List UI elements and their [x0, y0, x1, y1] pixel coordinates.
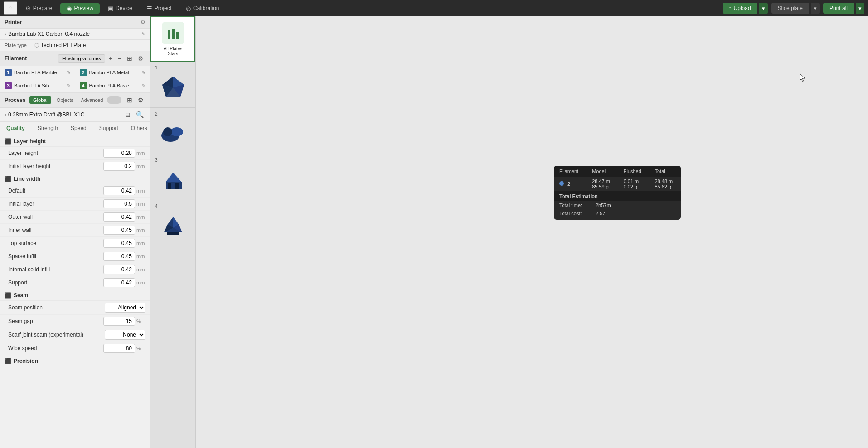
svg-rect-2: [176, 32, 179, 39]
tab-others[interactable]: Others: [125, 122, 150, 135]
filament-edit-1[interactable]: ✎: [67, 70, 71, 76]
tab-strength[interactable]: Strength: [31, 122, 64, 135]
precision-header: ⬛ Precision: [0, 355, 150, 366]
svg-rect-1: [172, 29, 175, 39]
plate-thumb-4[interactable]: 4: [150, 200, 195, 246]
layer-height-collapse-icon[interactable]: ⬛: [5, 138, 11, 145]
initial-layer-height-input[interactable]: [103, 162, 135, 171]
plates-panel: All PlatesStats 1 2 3: [150, 16, 196, 448]
advanced-toggle[interactable]: [107, 96, 121, 104]
lw-top-input[interactable]: [103, 239, 135, 248]
topbar: ⌂ ⚙ Prepare ◉ Preview ▣ Device ☰ Project…: [0, 0, 868, 16]
plate-4-img: [157, 210, 189, 242]
nav-device[interactable]: ▣ Device: [102, 3, 139, 14]
nav-calibration[interactable]: ◎ Calibration: [179, 3, 225, 14]
initial-layer-height-value-group: mm: [103, 162, 145, 171]
seam-position-row: Seam position Aligned: [0, 301, 150, 315]
lw-support-label: Support: [8, 279, 103, 286]
lw-support-input[interactable]: [103, 278, 135, 287]
lw-default-label: Default: [8, 188, 103, 194]
filament-settings-button[interactable]: ⚙: [136, 54, 145, 63]
upload-arrow-button[interactable]: ▾: [759, 3, 768, 14]
prepare-icon: ⚙: [25, 5, 31, 12]
upload-icon: ↑: [729, 5, 732, 11]
precision-collapse-icon[interactable]: ⬛: [5, 358, 11, 364]
layer-height-input[interactable]: [103, 149, 135, 158]
total-time-row: Total time: 2h57m: [554, 201, 681, 209]
line-width-header: ⬛ Line width: [0, 173, 150, 184]
total-time-value: 2h57m: [596, 202, 611, 208]
lw-top-label: Top surface: [8, 240, 103, 246]
tab-support[interactable]: Support: [93, 122, 125, 135]
plate-thumb-1[interactable]: 1: [150, 62, 195, 108]
nav-prepare[interactable]: ⚙ Prepare: [19, 3, 59, 14]
printer-edit-icon[interactable]: ✎: [141, 31, 145, 37]
wipe-speed-input[interactable]: [103, 344, 135, 353]
tab-speed[interactable]: Speed: [64, 122, 93, 135]
home-button[interactable]: ⌂: [4, 1, 17, 15]
filament-remove-button[interactable]: −: [116, 54, 123, 63]
stats-row-1: 2 28.47 m 85.59 g 0.01 m 0.02 g 28.48 m …: [554, 177, 681, 191]
tab-global[interactable]: Global: [29, 96, 51, 104]
svg-marker-13: [166, 173, 181, 182]
seam-gap-input[interactable]: [103, 317, 135, 326]
plate-thumb-2[interactable]: 2: [150, 108, 195, 154]
row1-total: 28.48 m 85.62 g: [649, 177, 681, 191]
scarf-joint-select[interactable]: None: [105, 330, 145, 340]
lw-initial-input[interactable]: [103, 199, 135, 208]
plate-thumb-3[interactable]: 3: [150, 154, 195, 200]
tab-objects[interactable]: Objects: [53, 96, 77, 104]
stats-icon: [162, 22, 184, 44]
preset-compare-button[interactable]: ⊟: [123, 110, 132, 119]
printer-settings-icon[interactable]: ⚙: [141, 19, 145, 25]
nav-project[interactable]: ☰ Project: [141, 3, 178, 14]
seam-header: ⬛ Seam: [0, 289, 150, 301]
process-copy-icon[interactable]: ⊞: [125, 96, 134, 105]
filament-copy-button[interactable]: ⊞: [125, 54, 134, 63]
lw-default-input[interactable]: [103, 186, 135, 195]
scarf-joint-label: Scarf joint seam (experimental): [8, 332, 105, 338]
upload-button[interactable]: ↑ Upload: [723, 3, 757, 14]
seam-position-select[interactable]: Aligned: [105, 303, 145, 313]
cursor-icon: [800, 73, 807, 82]
plate-4-model: [158, 211, 189, 241]
nav-preview[interactable]: ◉ Preview: [60, 3, 100, 14]
flushing-volumes-button[interactable]: Flushing volumes: [58, 54, 105, 63]
line-width-default-row: Default mm: [0, 184, 150, 198]
process-tabs: Global Objects: [29, 96, 77, 104]
filament-add-button[interactable]: +: [107, 54, 114, 63]
filament-edit-3[interactable]: ✎: [67, 83, 71, 89]
filament-item-4: 4 Bambu PLA Basic ✎: [75, 79, 150, 92]
stats-table: Filament Model Flushed Total 2 28.47 m 8…: [554, 166, 681, 191]
lw-inner-input[interactable]: [103, 226, 135, 235]
layer-height-value-group: mm: [103, 149, 145, 158]
lw-outer-input[interactable]: [103, 212, 135, 222]
filament-edit-4[interactable]: ✎: [141, 83, 145, 89]
tab-quality[interactable]: Quality: [0, 122, 31, 135]
layer-height-header: ⬛ Layer height: [0, 135, 150, 147]
svg-rect-15: [175, 183, 179, 189]
plate-1-num: 1: [155, 65, 158, 70]
slice-arrow-button[interactable]: ▾: [811, 3, 820, 14]
printer-section-header: Printer ⚙: [0, 16, 150, 29]
left-panel: Printer ⚙ › Bambu Lab X1 Carbon 0.4 nozz…: [0, 16, 150, 448]
svg-point-10: [170, 127, 183, 136]
print-arrow-button[interactable]: ▾: [856, 3, 864, 14]
lw-internal-input[interactable]: [103, 265, 135, 274]
all-plates-stats-thumb[interactable]: All PlatesStats: [150, 16, 195, 62]
seam-collapse-icon[interactable]: ⬛: [5, 292, 11, 299]
svg-rect-14: [168, 183, 171, 189]
line-width-initial-row: Initial layer mm: [0, 198, 150, 211]
lw-sparse-input[interactable]: [103, 252, 135, 261]
row1-filament: 2: [554, 177, 587, 191]
col-model: Model: [587, 166, 618, 177]
filament-edit-2[interactable]: ✎: [141, 70, 145, 76]
preset-search-button[interactable]: 🔍: [134, 110, 145, 119]
plate-type-value[interactable]: ⬡ Textured PEI Plate: [34, 42, 86, 48]
wipe-speed-row: Wipe speed %: [0, 342, 150, 355]
slice-button[interactable]: Slice plate: [771, 3, 809, 14]
plate-4-num: 4: [155, 204, 158, 209]
process-settings-icon[interactable]: ⚙: [136, 96, 145, 105]
line-width-collapse-icon[interactable]: ⬛: [5, 176, 11, 182]
print-button[interactable]: Print all: [823, 3, 854, 14]
